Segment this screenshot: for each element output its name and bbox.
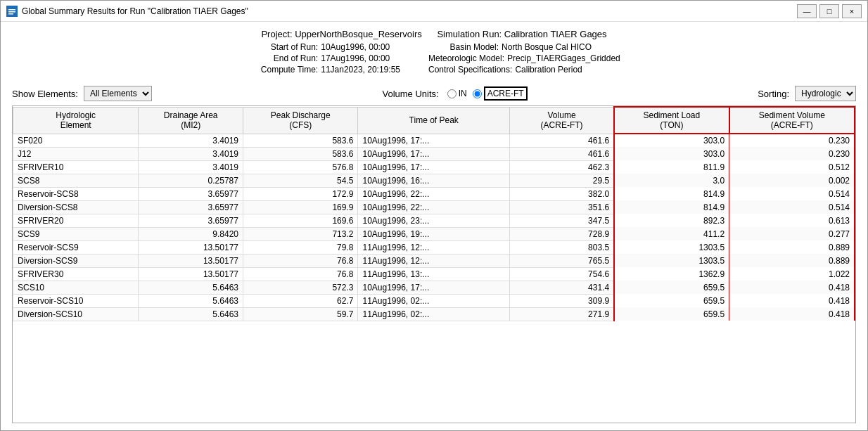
- cell-sediment-volume: 0.889: [729, 254, 855, 267]
- run-col-right: Basin Model: North Bosque Cal HICO Meteo…: [428, 42, 620, 75]
- cell-peak-discharge: 576.8: [243, 160, 357, 174]
- cell-element: Diversion-SCS8: [13, 200, 139, 214]
- sorting-select[interactable]: Hydrologic: [795, 86, 856, 101]
- end-row: End of Run: 17Aug1996, 00:00: [248, 53, 400, 63]
- cell-element: SFRIVER20: [13, 214, 139, 227]
- minimize-button[interactable]: —: [797, 4, 817, 18]
- cell-sediment-volume: 0.418: [729, 307, 855, 321]
- cell-sediment-load: 1303.5: [614, 254, 729, 267]
- cell-element: SFRIVER30: [13, 267, 139, 281]
- table-header-row: Hydrologic Element Drainage Area (MI2) P…: [13, 107, 855, 134]
- results-table: Hydrologic Element Drainage Area (MI2) P…: [13, 106, 855, 321]
- volume-units-label: Volume Units:: [382, 89, 438, 99]
- show-elements-label: Show Elements:: [12, 89, 78, 99]
- table-row: SFRIVER3013.5017776.811Aug1996, 13:...75…: [13, 267, 855, 281]
- cell-drainage: 5.6463: [139, 281, 243, 294]
- svg-rect-3: [8, 13, 13, 15]
- cell-time-peak: 11Aug1996, 12:...: [358, 240, 510, 254]
- cell-volume: 803.5: [509, 240, 614, 254]
- basin-label: Basin Model:: [428, 42, 499, 52]
- sorting-label: Sorting:: [758, 89, 789, 99]
- app-icon: [6, 6, 18, 17]
- cell-sediment-volume: 0.512: [729, 160, 855, 174]
- cell-drainage: 0.25787: [139, 174, 243, 187]
- cell-sediment-load: 814.9: [614, 200, 729, 214]
- cell-drainage: 13.50177: [139, 254, 243, 267]
- window-title: Global Summary Results for Run "Calibrat…: [22, 6, 248, 16]
- svg-rect-1: [8, 9, 15, 11]
- header-volume: Volume (ACRE-FT): [509, 107, 614, 134]
- cell-peak-discharge: 62.7: [243, 294, 357, 307]
- table-row: Diversion-SCS105.646359.711Aug1996, 02:.…: [13, 307, 855, 321]
- cell-time-peak: 10Aug1996, 19:...: [358, 227, 510, 240]
- cell-time-peak: 11Aug1996, 13:...: [358, 267, 510, 281]
- table-row: SF0203.4019583.610Aug1996, 17:...461.630…: [13, 134, 855, 147]
- project-line: Project: UpperNorthBosque_Reservoirs Sim…: [12, 29, 856, 39]
- cell-drainage: 3.4019: [139, 147, 243, 160]
- compute-value: 11Jan2023, 20:19:55: [321, 65, 400, 75]
- cell-element: SCS9: [13, 227, 139, 240]
- cell-time-peak: 10Aug1996, 17:...: [358, 160, 510, 174]
- cell-time-peak: 10Aug1996, 23:...: [358, 214, 510, 227]
- cell-peak-discharge: 583.6: [243, 134, 357, 147]
- table-row: SCS105.6463572.310Aug1996, 17:...431.465…: [13, 281, 855, 294]
- cell-sediment-volume: 0.002: [729, 174, 855, 187]
- cell-element: Diversion-SCS10: [13, 307, 139, 321]
- volume-in-label: IN: [459, 89, 467, 98]
- cell-drainage: 3.65977: [139, 187, 243, 200]
- cell-peak-discharge: 713.2: [243, 227, 357, 240]
- title-controls: — □ ×: [797, 4, 862, 18]
- cell-element: Reservoir-SCS8: [13, 187, 139, 200]
- cell-drainage: 3.4019: [139, 160, 243, 174]
- cell-volume: 754.6: [509, 267, 614, 281]
- cell-time-peak: 11Aug1996, 12:...: [358, 254, 510, 267]
- control-value: Calibration Period: [515, 65, 582, 75]
- cell-sediment-load: 659.5: [614, 294, 729, 307]
- cell-drainage: 5.6463: [139, 294, 243, 307]
- cell-time-peak: 11Aug1996, 02:...: [358, 307, 510, 321]
- controls-mid: Volume Units: IN ACRE-FT: [163, 89, 746, 99]
- cell-sediment-volume: 0.277: [729, 227, 855, 240]
- start-value: 10Aug1996, 00:00: [321, 42, 390, 52]
- maximize-button[interactable]: □: [819, 4, 839, 18]
- cell-element: SFRIVER10: [13, 160, 139, 174]
- cell-peak-discharge: 572.3: [243, 281, 357, 294]
- volume-acre-ft-label: ACRE-FT: [484, 89, 528, 98]
- header-element: Hydrologic Element: [13, 107, 139, 134]
- header-drainage: Drainage Area (MI2): [139, 107, 243, 134]
- table-scroll[interactable]: Hydrologic Element Drainage Area (MI2) P…: [13, 106, 855, 321]
- project-label: Project:: [261, 29, 292, 39]
- volume-in-option[interactable]: IN: [447, 89, 467, 98]
- cell-sediment-load: 303.0: [614, 134, 729, 147]
- control-row: Control Specifications: Calibration Peri…: [428, 65, 620, 75]
- start-label: Start of Run:: [248, 42, 318, 52]
- cell-volume: 728.9: [509, 227, 614, 240]
- basin-row: Basin Model: North Bosque Cal HICO: [428, 42, 620, 52]
- cell-volume: 351.6: [509, 200, 614, 214]
- show-elements-select[interactable]: All Elements: [84, 86, 152, 101]
- cell-time-peak: 10Aug1996, 16:...: [358, 174, 510, 187]
- cell-peak-discharge: 172.9: [243, 187, 357, 200]
- start-row: Start of Run: 10Aug1996, 00:00: [248, 42, 400, 52]
- table-row: Reservoir-SCS913.5017779.811Aug1996, 12:…: [13, 240, 855, 254]
- controls-right: Sorting: Hydrologic: [758, 86, 856, 101]
- cell-sediment-load: 411.2: [614, 227, 729, 240]
- cell-peak-discharge: 583.6: [243, 147, 357, 160]
- cell-element: J12: [13, 147, 139, 160]
- cell-sediment-volume: 0.230: [729, 147, 855, 160]
- cell-peak-discharge: 169.6: [243, 214, 357, 227]
- cell-peak-discharge: 76.8: [243, 254, 357, 267]
- cell-volume: 431.4: [509, 281, 614, 294]
- acre-ft-bordered-label: ACRE-FT: [484, 86, 528, 101]
- cell-drainage: 3.4019: [139, 134, 243, 147]
- cell-sediment-load: 1362.9: [614, 267, 729, 281]
- controls-left: Show Elements: All Elements: [12, 86, 152, 101]
- volume-acre-ft-option[interactable]: ACRE-FT: [473, 89, 528, 98]
- simulation-run-label: Simulation Run:: [437, 29, 502, 39]
- cell-element: SF020: [13, 134, 139, 147]
- cell-drainage: 5.6463: [139, 307, 243, 321]
- table-row: J123.4019583.610Aug1996, 17:...461.6303.…: [13, 147, 855, 160]
- cell-time-peak: 10Aug1996, 17:...: [358, 147, 510, 160]
- close-button[interactable]: ×: [842, 4, 862, 18]
- table-row: Diversion-SCS913.5017776.811Aug1996, 12:…: [13, 254, 855, 267]
